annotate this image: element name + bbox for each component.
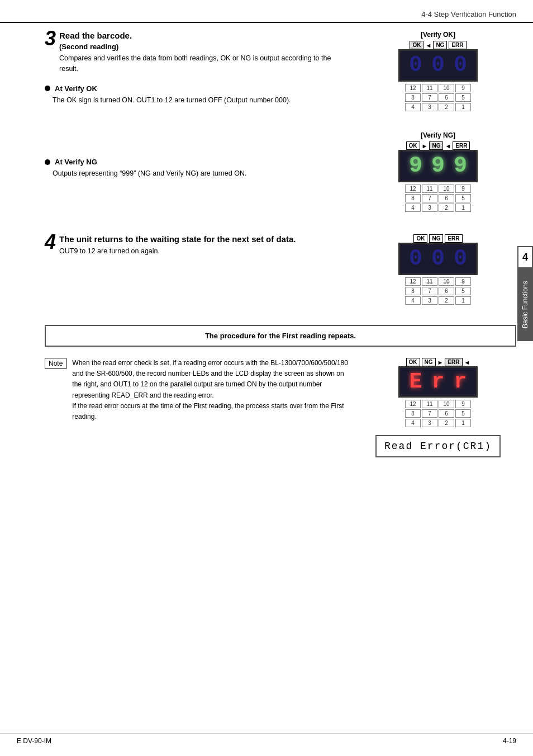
step3-text: 3 Read the barcode. (Second reading) Com… (45, 31, 360, 215)
bullet-dot (45, 86, 50, 91)
verify-ng-display: 9 9 9 (398, 150, 478, 182)
ng-out-2: 2 (439, 204, 454, 212)
step3-body: Compares and verifies the data from both… (59, 53, 349, 74)
s4-out-9: 9 (455, 277, 471, 286)
step4-diagram: OK NG ERR 0 0 0 12 11 10 9 8 7 6 5 4 3 2… (360, 234, 516, 308)
out-4: 4 (405, 103, 421, 111)
out-12: 12 (405, 84, 421, 92)
digit-1: 0 (428, 54, 448, 77)
s4-out-5: 5 (455, 287, 471, 295)
output-grid-step4: 12 11 10 9 8 7 6 5 4 3 2 1 (405, 277, 471, 305)
digit-9c: 9 (450, 155, 470, 177)
out-5: 5 (455, 93, 471, 102)
ng-out-12: 12 (405, 185, 421, 193)
out-1: 1 (455, 103, 471, 111)
ng-out-1: 1 (455, 204, 471, 212)
ng-out-8: 8 (405, 194, 421, 202)
digit-0: 0 (406, 54, 426, 77)
page-footer: E DV-90-IM 4-19 (0, 733, 533, 745)
output-grid-ng: 12 11 10 9 8 7 6 5 4 3 2 1 (405, 185, 471, 212)
err-out-4: 4 (405, 419, 421, 427)
s4-out-10: 10 (439, 277, 454, 286)
err-digit-r2: r (450, 371, 470, 393)
verify-ok-leds: OK ◄ NG ERR (410, 41, 466, 49)
output-grid-err: 12 11 10 9 8 7 6 5 4 3 2 1 (405, 400, 471, 427)
err-out-9: 9 (455, 400, 471, 408)
step4-ng-led: NG (429, 234, 443, 243)
out-7: 7 (422, 93, 437, 102)
s4-out-6: 6 (439, 287, 454, 295)
digit-9a: 9 (406, 155, 426, 177)
header-section-title: 4-4 Step Verification Function (421, 10, 516, 18)
step4-body: OUT9 to 12 are turned on again. (59, 246, 296, 257)
verify-ng-label: [Verify NG] (421, 131, 455, 139)
step4-err-led: ERR (445, 234, 462, 243)
read-error-text: Read Error(CR1) (384, 441, 492, 452)
out-2: 2 (439, 103, 454, 111)
verify-ok-title: At Verify OK (45, 84, 349, 93)
step4-title: The unit returns to the waiting state fo… (59, 234, 296, 244)
err-digit-e: E (406, 371, 426, 393)
verify-ng-leds: OK ► NG ◄ ERR (406, 141, 470, 150)
err-out-7: 7 (422, 409, 437, 418)
ng-out-7: 7 (422, 194, 437, 202)
verify-ng-title: At Verify NG (45, 158, 349, 166)
note-body: When the read error check is set, if a r… (72, 358, 353, 422)
note-label: Note (45, 358, 66, 369)
footer-right: 4-19 (503, 737, 516, 745)
digit-2: 0 (450, 54, 470, 77)
read-error-box: Read Error(CR1) (375, 435, 501, 457)
err-out-3: 3 (422, 419, 437, 427)
s4-out-12: 12 (405, 277, 421, 286)
s4-out-7: 7 (422, 287, 437, 295)
s4-out-3: 3 (422, 296, 437, 305)
out-9: 9 (455, 84, 471, 92)
step3-title: Read the barcode. (59, 31, 349, 40)
step3-diagrams: [Verify OK] OK ◄ NG ERR 0 0 0 12 11 10 9… (360, 31, 516, 215)
s4-digit-0: 0 (406, 248, 426, 270)
digit-9b: 9 (428, 155, 448, 177)
ng-led: NG (433, 41, 447, 49)
err-out-2: 2 (439, 419, 454, 427)
note-left: Note When the read error check is set, i… (45, 358, 353, 457)
ng-out-6: 6 (439, 194, 454, 202)
s4-digit-2: 0 (450, 248, 470, 270)
sidebar-label: Basic Functions (517, 268, 533, 341)
note-diagrams: OK NG ► ERR ◄ E r r 12 11 10 9 8 7 6 5 4… (360, 358, 516, 457)
s4-digit-1: 0 (428, 248, 448, 270)
err-out-10: 10 (439, 400, 454, 408)
out-8: 8 (405, 93, 421, 102)
footer-left: E DV-90-IM (17, 737, 51, 745)
err-ng-led: NG (422, 358, 436, 366)
ok-led-ng: OK (406, 141, 420, 150)
chapter-number: 4 (517, 246, 533, 268)
err-out-5: 5 (455, 409, 471, 418)
err-out-8: 8 (405, 409, 421, 418)
verify-ok-section: At Verify OK The OK sign is turned ON. O… (45, 84, 349, 106)
err-out-12: 12 (405, 400, 421, 408)
ng-out-11: 11 (422, 185, 437, 193)
verify-ng-body: Outputs representing “999” (NG and Verif… (53, 168, 349, 179)
ng-led-ng: NG (429, 141, 443, 150)
ng-out-4: 4 (405, 204, 421, 212)
note-section: Note When the read error check is set, i… (0, 358, 533, 469)
err-out-1: 1 (455, 419, 471, 427)
step4-section: 4 The unit returns to the waiting state … (0, 226, 533, 314)
step4-ok-led: OK (413, 234, 427, 243)
step3-section: 3 Read the barcode. (Second reading) Com… (0, 23, 533, 221)
s4-out-1: 1 (455, 296, 471, 305)
err-digit-r1: r (428, 371, 448, 393)
bullet-dot-ng (45, 159, 50, 165)
step3-number: 3 (45, 29, 56, 49)
err-out-11: 11 (422, 400, 437, 408)
err-display: E r r (398, 366, 478, 398)
err-ok-led: OK (406, 358, 420, 366)
step3-subtitle: (Second reading) (59, 42, 349, 51)
ng-out-3: 3 (422, 204, 437, 212)
step4-text: 4 The unit returns to the waiting state … (45, 234, 360, 308)
verify-ok-display: 0 0 0 (398, 49, 478, 82)
s4-out-8: 8 (405, 287, 421, 295)
err-err-led: ERR (445, 358, 462, 366)
s4-out-11: 11 (422, 277, 437, 286)
err-out-6: 6 (439, 409, 454, 418)
